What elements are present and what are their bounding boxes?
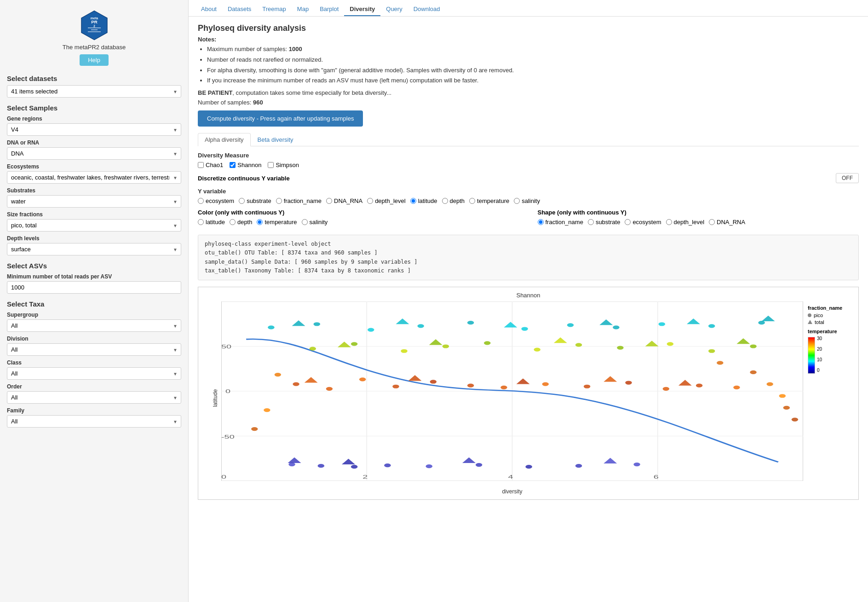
depth-levels-dropdown[interactable]: surface [7,243,181,255]
ecosystems-select[interactable]: oceanic, coastal, freshwater lakes, fres… [7,171,181,184]
svg-point-39 [467,384,474,388]
class-dropdown[interactable]: All [7,367,181,380]
shannon-checkbox-item[interactable]: Shannon [230,162,261,168]
note-2: Number of reads not rarefied or normaliz… [207,55,859,65]
y-dna-rna[interactable]: DNA_RNA [326,197,362,204]
gene-regions-select[interactable]: V4 [7,123,181,136]
help-button[interactable]: Help [80,54,109,66]
shape-depth-level[interactable]: depth_level [666,219,705,226]
substrates-select[interactable]: water [7,195,181,208]
substrates-dropdown[interactable]: water [7,195,181,208]
svg-point-35 [326,387,333,391]
y-depth-level[interactable]: depth_level [367,197,406,204]
y-depth[interactable]: depth [442,197,465,204]
ecosystems-label: Ecosystems [7,163,181,170]
family-select[interactable]: All [7,415,181,428]
shannon-checkbox[interactable] [230,162,236,168]
family-dropdown[interactable]: All [7,415,181,428]
datasets-select[interactable]: 41 items selected [7,85,181,98]
svg-point-21 [288,463,295,466]
toggle-button[interactable]: OFF [836,173,859,183]
select-taxa-title: Select Taxa [7,300,181,308]
color-radio-group: latitude depth temperature salinity [198,219,519,226]
y-fraction-name[interactable]: fraction_name [276,197,322,204]
color-salinity[interactable]: salinity [302,219,328,226]
svg-point-86 [264,408,270,412]
svg-point-53 [351,342,357,346]
shape-label: Shape (only with continuous Y) [538,209,859,216]
size-fractions-select[interactable]: pico, total [7,219,181,232]
tab-barplot[interactable]: Barplot [314,3,344,16]
color-temperature[interactable]: temperature [257,219,297,226]
y-latitude[interactable]: latitude [410,197,437,204]
supergroup-dropdown[interactable]: All [7,319,181,332]
min-reads-input[interactable] [7,281,181,294]
division-select[interactable]: All [7,343,181,356]
dna-rna-select[interactable]: DNA [7,147,181,160]
shape-substrate[interactable]: substrate [588,219,620,226]
order-select[interactable]: All [7,391,181,404]
note-3: For alpha diversity, smoothing is done w… [207,66,859,75]
simpson-checkbox[interactable] [268,162,274,168]
code-line-1: phyloseq-class experiment-level object [205,240,852,249]
tab-about[interactable]: About [195,3,222,16]
tab-download[interactable]: Download [408,3,446,16]
color-label: Color (only with continuous Y) [198,209,519,216]
chao1-label: Chao1 [206,162,223,168]
y-salinity[interactable]: salinity [514,197,540,204]
diversity-measure-group: Chao1 Shannon Simpson [198,162,859,168]
tab-diversity[interactable]: Diversity [344,3,380,16]
supergroup-select[interactable]: All [7,319,181,332]
tab-query[interactable]: Query [380,3,408,16]
total-label: total [815,319,824,325]
depth-levels-select[interactable]: surface [7,243,181,255]
svg-point-56 [484,341,490,345]
size-fractions-dropdown[interactable]: pico, total [7,219,181,232]
pico-label: pico [814,313,823,318]
ecosystems-dropdown[interactable]: oceanic, coastal, freshwater lakes, fres… [7,171,181,184]
svg-point-27 [525,465,532,469]
y-temperature[interactable]: temperature [469,197,509,204]
compute-diversity-button[interactable]: Compute diversity - Press again after up… [198,110,363,127]
svg-text:2: 2 [93,24,95,28]
svg-point-87 [251,427,258,431]
svg-point-26 [476,463,482,467]
svg-point-71 [417,324,424,328]
legend-fraction-title: fraction_name [808,305,854,311]
class-select[interactable]: All [7,367,181,380]
y-variable-header: Y variable [198,188,859,195]
notes-label: Notes: [198,36,859,43]
shape-fraction-name[interactable]: fraction_name [538,219,583,226]
svg-text:0: 0 [225,388,230,394]
division-dropdown[interactable]: All [7,343,181,356]
shape-dna-rna[interactable]: DNA_RNA [709,219,745,226]
svg-point-70 [368,328,374,331]
y-ecosystem[interactable]: ecosystem [198,197,234,204]
legend-total: total [808,319,854,325]
simpson-checkbox-item[interactable]: Simpson [268,162,299,168]
tab-datasets[interactable]: Datasets [222,3,257,16]
dna-rna-dropdown[interactable]: DNA [7,147,181,160]
size-fractions-label: Size fractions [7,211,181,218]
y-substrate[interactable]: substrate [239,197,271,204]
color-latitude[interactable]: latitude [198,219,225,226]
code-line-2: otu_table() OTU Table: [ 8374 taxa and 9… [205,249,852,257]
shape-ecosystem[interactable]: ecosystem [625,219,661,226]
sub-tab-alpha[interactable]: Alpha diversity [198,133,251,146]
chao1-checkbox-item[interactable]: Chao1 [198,162,223,168]
color-depth[interactable]: depth [230,219,253,226]
order-dropdown[interactable]: All [7,391,181,404]
gene-regions-label: Gene regions [7,116,181,122]
svg-point-25 [426,464,432,468]
tab-map[interactable]: Map [292,3,314,16]
gene-regions-dropdown[interactable]: V4 [7,123,181,136]
svg-point-29 [633,463,640,466]
svg-point-91 [779,394,786,398]
tab-treemap[interactable]: Treemap [257,3,292,16]
svg-point-45 [696,384,702,388]
svg-point-52 [310,347,316,350]
datasets-dropdown[interactable]: 41 items selected [7,85,181,98]
note-1: Maximum number of samples: 1000 [207,45,859,54]
chao1-checkbox[interactable] [198,162,204,168]
sub-tab-beta[interactable]: Beta diversity [251,133,300,146]
